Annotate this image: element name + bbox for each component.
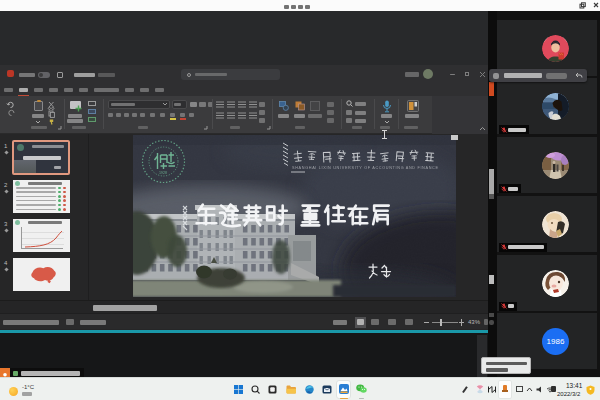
svg-text:SHANGHAI LIXIN UNIVERSITY OF A: SHANGHAI LIXIN UNIVERSITY OF ACCOUNTING …	[292, 166, 438, 170]
svg-text:1928: 1928	[159, 171, 167, 175]
